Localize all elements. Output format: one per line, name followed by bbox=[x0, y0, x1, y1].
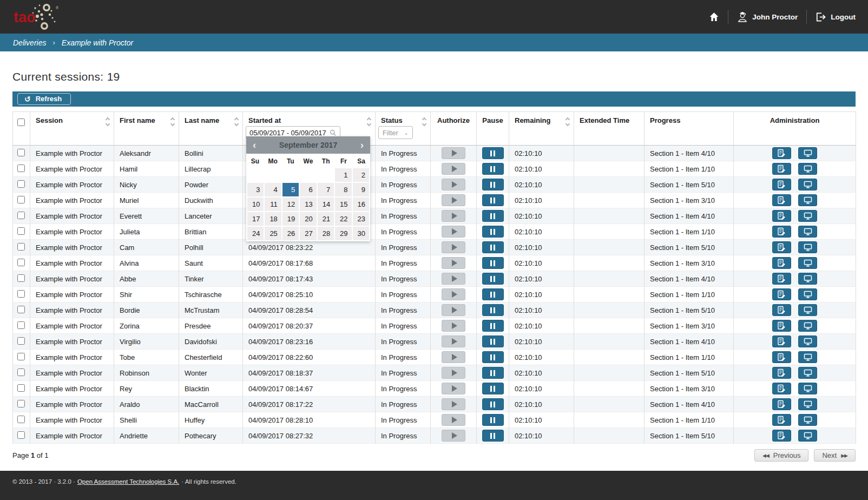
session-monitor-button[interactable] bbox=[798, 210, 817, 222]
row-checkbox[interactable] bbox=[17, 431, 25, 439]
row-checkbox[interactable] bbox=[17, 243, 25, 251]
session-report-button[interactable] bbox=[772, 163, 791, 175]
sort-icon[interactable] bbox=[367, 118, 371, 126]
calendar-day[interactable]: 28 bbox=[318, 227, 334, 240]
row-checkbox[interactable] bbox=[17, 149, 25, 156]
calendar-day[interactable]: 16 bbox=[353, 198, 369, 211]
pause-button[interactable] bbox=[482, 273, 504, 285]
calendar-prev-button[interactable]: ‹ bbox=[247, 137, 261, 153]
calendar-day[interactable]: 12 bbox=[282, 198, 299, 211]
refresh-button[interactable]: ↺ Refresh bbox=[17, 93, 71, 105]
column-header-session[interactable]: Session bbox=[30, 112, 114, 146]
row-checkbox[interactable] bbox=[17, 180, 25, 188]
pause-button[interactable] bbox=[482, 430, 504, 442]
authorize-button[interactable] bbox=[442, 273, 465, 285]
calendar-day[interactable]: 25 bbox=[265, 227, 281, 240]
calendar-day[interactable]: 8 bbox=[335, 183, 351, 196]
session-report-button[interactable] bbox=[772, 383, 791, 394]
session-report-button[interactable] bbox=[772, 179, 791, 190]
pause-button[interactable] bbox=[482, 179, 504, 190]
session-monitor-button[interactable] bbox=[798, 335, 817, 347]
logout-button[interactable]: Logout bbox=[816, 12, 856, 22]
session-report-button[interactable] bbox=[772, 257, 791, 269]
pause-button[interactable] bbox=[482, 383, 504, 394]
calendar-day[interactable]: 18 bbox=[265, 212, 281, 226]
calendar-day[interactable]: 9 bbox=[353, 183, 369, 196]
calendar-day[interactable]: 22 bbox=[335, 212, 351, 226]
session-report-button[interactable] bbox=[772, 241, 791, 253]
user-menu[interactable]: John Proctor bbox=[737, 11, 798, 23]
row-checkbox[interactable] bbox=[17, 212, 25, 219]
authorize-button[interactable] bbox=[442, 226, 465, 238]
home-button[interactable] bbox=[709, 12, 719, 22]
session-monitor-button[interactable] bbox=[798, 383, 817, 394]
calendar-day[interactable]: 6 bbox=[300, 183, 316, 196]
column-header-remaining[interactable]: Remaining bbox=[509, 112, 574, 146]
session-monitor-button[interactable] bbox=[798, 179, 817, 190]
authorize-button[interactable] bbox=[442, 430, 465, 442]
pause-button[interactable] bbox=[482, 226, 504, 238]
pause-button[interactable] bbox=[482, 367, 504, 379]
authorize-button[interactable] bbox=[442, 163, 465, 175]
pause-button[interactable] bbox=[482, 163, 504, 175]
calendar-day[interactable]: 21 bbox=[318, 212, 334, 226]
session-monitor-button[interactable] bbox=[798, 163, 817, 175]
session-report-button[interactable] bbox=[772, 414, 791, 426]
sort-icon[interactable] bbox=[422, 118, 426, 126]
authorize-button[interactable] bbox=[442, 179, 465, 190]
calendar-day[interactable]: 10 bbox=[247, 198, 264, 211]
row-checkbox[interactable] bbox=[17, 384, 25, 392]
session-monitor-button[interactable] bbox=[798, 241, 817, 253]
session-monitor-button[interactable] bbox=[798, 288, 817, 300]
session-report-button[interactable] bbox=[772, 147, 791, 159]
session-report-button[interactable] bbox=[772, 210, 791, 222]
authorize-button[interactable] bbox=[442, 194, 465, 206]
authorize-button[interactable] bbox=[442, 383, 465, 394]
session-report-button[interactable] bbox=[772, 351, 791, 363]
session-monitor-button[interactable] bbox=[798, 367, 817, 379]
authorize-button[interactable] bbox=[442, 351, 465, 363]
column-header-first-name[interactable]: First name bbox=[114, 112, 179, 146]
session-monitor-button[interactable] bbox=[798, 226, 817, 238]
calendar-day[interactable]: 24 bbox=[247, 227, 264, 240]
next-button[interactable]: Next ▶▶ bbox=[814, 449, 856, 462]
authorize-button[interactable] bbox=[442, 367, 465, 379]
row-checkbox[interactable] bbox=[17, 369, 25, 376]
calendar-day[interactable]: 29 bbox=[335, 227, 351, 240]
session-monitor-button[interactable] bbox=[798, 147, 817, 159]
authorize-button[interactable] bbox=[442, 320, 465, 332]
calendar-day[interactable]: 5 bbox=[282, 183, 299, 196]
calendar-next-button[interactable]: › bbox=[355, 137, 369, 153]
pause-button[interactable] bbox=[482, 241, 504, 253]
session-monitor-button[interactable] bbox=[798, 194, 817, 206]
session-monitor-button[interactable] bbox=[798, 398, 817, 410]
authorize-button[interactable] bbox=[442, 288, 465, 300]
tao-logo[interactable]: ® tao bbox=[12, 3, 60, 31]
row-checkbox[interactable] bbox=[17, 196, 25, 203]
authorize-button[interactable] bbox=[442, 241, 465, 253]
row-checkbox[interactable] bbox=[17, 274, 25, 282]
row-checkbox[interactable] bbox=[17, 165, 25, 172]
calendar-day[interactable]: 14 bbox=[318, 198, 334, 211]
sort-icon[interactable] bbox=[106, 118, 110, 126]
row-checkbox[interactable] bbox=[17, 227, 25, 235]
session-report-button[interactable] bbox=[772, 226, 791, 238]
calendar-day[interactable]: 13 bbox=[300, 198, 316, 211]
calendar-day[interactable]: 26 bbox=[282, 227, 299, 240]
footer-link[interactable]: Open Assessment Technologies S.A. bbox=[77, 478, 179, 485]
row-checkbox[interactable] bbox=[17, 321, 25, 329]
calendar-day[interactable]: 1 bbox=[335, 168, 351, 182]
sort-icon[interactable] bbox=[234, 118, 239, 126]
authorize-button[interactable] bbox=[442, 335, 465, 347]
select-all-checkbox[interactable] bbox=[17, 119, 25, 126]
calendar-day[interactable]: 7 bbox=[318, 183, 334, 196]
calendar-day[interactable]: 3 bbox=[247, 183, 264, 196]
authorize-button[interactable] bbox=[442, 414, 465, 426]
session-report-button[interactable] bbox=[772, 273, 791, 285]
calendar-day[interactable]: 17 bbox=[247, 212, 264, 226]
session-monitor-button[interactable] bbox=[798, 430, 817, 442]
pause-button[interactable] bbox=[482, 351, 504, 363]
calendar-day[interactable]: 4 bbox=[265, 183, 281, 196]
previous-button[interactable]: ◀◀ Previous bbox=[754, 449, 808, 462]
calendar-day[interactable]: 27 bbox=[300, 227, 316, 240]
